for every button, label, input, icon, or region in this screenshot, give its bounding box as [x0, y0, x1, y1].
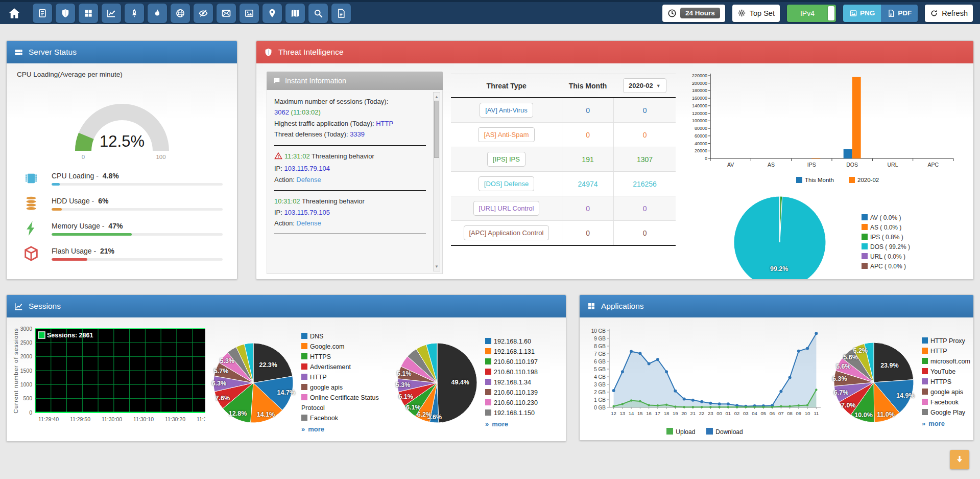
- shield-icon: [264, 48, 273, 57]
- clock-icon: [667, 9, 677, 18]
- navbar-button-grid[interactable]: [79, 4, 98, 23]
- svg-text:AS: AS: [768, 162, 775, 168]
- svg-text:3000: 3000: [20, 326, 33, 332]
- top-set-button[interactable]: Top Set: [732, 5, 780, 22]
- threat-type-button[interactable]: [APC] Application Control: [464, 225, 549, 240]
- event-action[interactable]: Defense: [296, 176, 321, 184]
- sessions-panel: Sessions 050010001500200025003000Session…: [6, 294, 566, 442]
- threat-type-button[interactable]: [IPS] IPS: [487, 152, 525, 167]
- more-link[interactable]: »more: [485, 419, 562, 429]
- event-action-label: Action:: [274, 219, 296, 227]
- scrollbar-thumb[interactable]: [434, 101, 439, 158]
- svg-text:49.4%: 49.4%: [451, 379, 469, 386]
- navbar-button-map-pin[interactable]: [262, 4, 282, 23]
- legend-item: google apis: [922, 387, 974, 397]
- pdf-label: PDF: [898, 9, 912, 17]
- legend-item: 210.60.110.197: [485, 357, 562, 367]
- navbar-button-globe[interactable]: [171, 4, 190, 23]
- svg-text:19: 19: [673, 410, 678, 416]
- svg-text:11:30:30: 11:30:30: [197, 416, 205, 422]
- svg-text:1 GB: 1 GB: [594, 397, 606, 403]
- event-action-label: Action:: [274, 176, 296, 184]
- svg-text:00: 00: [716, 410, 722, 416]
- max-sessions-value: 3062: [274, 108, 289, 116]
- instant-info-scrollbar[interactable]: ▲ ▼: [433, 92, 440, 271]
- svg-text:5.3%: 5.3%: [220, 357, 234, 364]
- ipv4-toggle[interactable]: IPv4: [787, 5, 836, 22]
- svg-text:6.1%: 6.1%: [398, 393, 413, 400]
- threat-defenses-label: Threat defenses (Today):: [274, 130, 350, 138]
- svg-text:URL: URL: [887, 162, 898, 168]
- double-chevron-icon: »: [301, 425, 305, 433]
- threat-table-row: [AS] Anti-Spam00: [451, 123, 676, 147]
- scroll-down-arrow[interactable]: ▼: [434, 263, 440, 270]
- selected-month-value: 0: [614, 123, 676, 147]
- svg-text:2500: 2500: [20, 339, 33, 346]
- legend-swatch: [862, 214, 868, 220]
- threat-type-button[interactable]: [DOS] Defense: [479, 176, 534, 191]
- server-stat-label: HDD Usage - 6%: [52, 197, 223, 205]
- scroll-to-bottom-button[interactable]: [950, 450, 969, 469]
- navbar-button-map[interactable]: [285, 4, 305, 23]
- navbar-button-flame[interactable]: [148, 4, 167, 23]
- threat-pie-legend: AV ( 0.0% )AS ( 0.0% )IPS ( 0.8% )DOS ( …: [862, 213, 910, 271]
- svg-text:13: 13: [620, 410, 626, 416]
- threat-table-row: [AV] Anti-Virus00: [451, 98, 676, 123]
- legend-item: APC ( 0.0% ): [862, 262, 910, 271]
- month-select[interactable]: 2020-02 ▼: [623, 78, 666, 93]
- navbar-button-image[interactable]: [240, 4, 259, 23]
- navbar-button-file[interactable]: [331, 4, 351, 23]
- legend-swatch: [485, 348, 491, 354]
- svg-text:16: 16: [646, 410, 652, 416]
- server-status-title: Server Status: [29, 48, 77, 57]
- legend-swatch: [922, 337, 928, 344]
- threat-type-button[interactable]: [AV] Anti-Virus: [480, 103, 533, 118]
- applications-area-legend: UploadDownload: [585, 428, 825, 436]
- globe-icon: [175, 8, 185, 18]
- report-icon: [37, 8, 47, 18]
- event-text: Threatening behavior: [300, 197, 365, 205]
- threat-type-button[interactable]: [URL] URL Control: [473, 201, 540, 216]
- navbar-button-rocket[interactable]: [125, 4, 144, 23]
- applications-pie: 23.9%14.9%11.0%10.0%7.0%6.7%6.3%5.6%5.6%…: [829, 337, 919, 427]
- threat-bar-chart: 0200004000060000800001000001200001400001…: [678, 72, 958, 190]
- navbar-button-shield[interactable]: [56, 4, 75, 23]
- threat-type-button[interactable]: [AS] Anti-Spam: [478, 127, 534, 142]
- this-month-value: 0: [562, 123, 613, 147]
- file-icon: [336, 8, 346, 18]
- event-action[interactable]: Defense: [296, 219, 321, 227]
- refresh-button[interactable]: Refresh: [925, 5, 973, 22]
- svg-text:This Month: This Month: [805, 177, 834, 183]
- time-range-control[interactable]: 24 Hours: [662, 5, 725, 22]
- more-link[interactable]: »more: [922, 419, 974, 429]
- navbar-button-eye-off[interactable]: [194, 4, 213, 23]
- svg-text:20000: 20000: [695, 148, 707, 153]
- server-stat-value: 21%: [100, 247, 114, 255]
- svg-text:11:30:00: 11:30:00: [102, 416, 122, 422]
- legend-swatch: [862, 224, 868, 230]
- navbar-button-chart-line[interactable]: [102, 4, 121, 23]
- ipv4-toggle-knob[interactable]: [828, 6, 834, 20]
- export-pdf-button[interactable]: PDF: [881, 5, 918, 22]
- server-stat-value: 6%: [98, 197, 108, 205]
- server-stat-label: CPU Loading - 4.8%: [52, 172, 223, 180]
- navbar-button-search[interactable]: [308, 4, 328, 23]
- event-ip: 103.115.79.104: [284, 165, 330, 172]
- server-stat-row: CPU Loading - 4.8%: [22, 169, 223, 188]
- home-button[interactable]: [4, 4, 25, 23]
- more-link[interactable]: »more: [301, 424, 392, 435]
- legend-item: Google Play: [922, 407, 974, 418]
- grid-icon: [587, 302, 596, 311]
- navbar-button-report[interactable]: [33, 4, 52, 23]
- svg-text:APC: APC: [928, 162, 939, 168]
- ipv4-label: IPv4: [787, 9, 828, 17]
- threat-intelligence-panel: Threat Intelligence Instant Information …: [256, 40, 974, 280]
- legend-swatch: [706, 428, 713, 435]
- mail-icon: [221, 8, 231, 18]
- more-label: more: [308, 425, 324, 433]
- svg-text:6 GB: 6 GB: [594, 359, 606, 364]
- export-png-button[interactable]: PNG: [843, 5, 881, 22]
- scroll-up-arrow[interactable]: ▲: [434, 94, 440, 100]
- threat-defenses-line: Threat defenses (Today): 3339: [274, 129, 427, 140]
- navbar-button-mail[interactable]: [217, 4, 236, 23]
